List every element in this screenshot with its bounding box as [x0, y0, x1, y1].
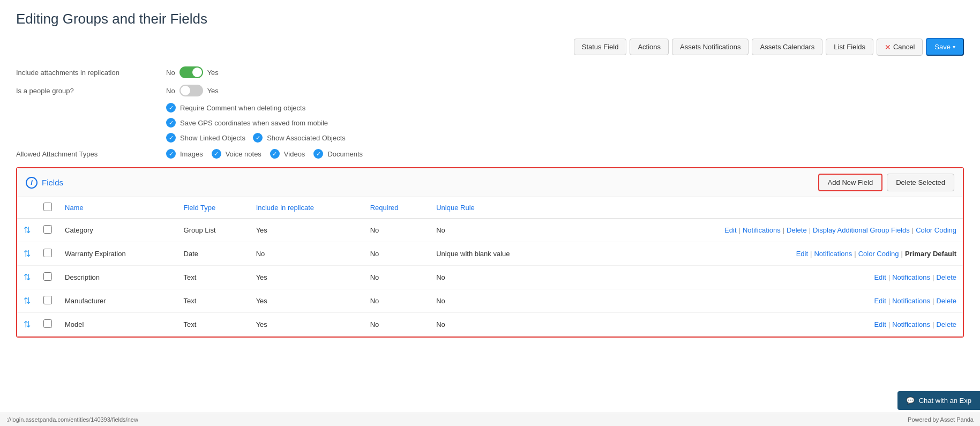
field-name: Model: [58, 313, 177, 337]
table-header-row: Name Field Type Include in replicate Req…: [17, 197, 963, 219]
drag-icon[interactable]: ⇅: [24, 249, 31, 258]
is-people-group-toggle[interactable]: [179, 85, 203, 96]
show-associated-icon: ✓: [253, 133, 263, 143]
unique-rule: No: [430, 219, 569, 242]
table-row: ⇅ModelTextYesNoNoEdit | Notifications | …: [17, 313, 963, 337]
action-links: Edit | Notifications | Color Coding | Pr…: [575, 250, 956, 258]
action-link-delete[interactable]: Delete: [787, 226, 807, 234]
row-checkbox-cell: [37, 219, 58, 242]
action-separator: |: [888, 297, 890, 305]
action-link-edit[interactable]: Edit: [874, 297, 886, 305]
list-fields-button[interactable]: List Fields: [826, 39, 873, 55]
row-checkbox[interactable]: [43, 225, 52, 234]
save-gps-check-icon: ✓: [166, 118, 176, 128]
voice-check-icon: ✓: [212, 149, 221, 159]
fields-header: i Fields Add New Field Delete Selected: [17, 168, 963, 197]
drag-handle[interactable]: ⇅: [17, 266, 37, 289]
action-links: Edit | Notifications | Delete: [575, 297, 956, 305]
action-link-notifications[interactable]: Notifications: [743, 226, 781, 234]
action-link-color-coding[interactable]: Color Coding: [916, 226, 956, 234]
is-people-group-no: No: [166, 87, 175, 95]
include-attachments-toggle-group: No Yes: [166, 66, 219, 78]
assets-notifications-button[interactable]: Assets Notifications: [672, 39, 749, 55]
field-type: Text: [177, 313, 250, 337]
action-link-notifications[interactable]: Notifications: [814, 250, 852, 258]
th-required: Required: [364, 197, 430, 219]
required: No: [364, 219, 430, 242]
row-actions: Edit | Notifications | Color Coding | Pr…: [569, 242, 963, 266]
include-attachments-no: No: [166, 69, 175, 77]
attachment-images: ✓ Images: [166, 149, 203, 159]
action-link-edit[interactable]: Edit: [724, 226, 736, 234]
row-checkbox[interactable]: [43, 319, 52, 328]
drag-handle[interactable]: ⇅: [17, 289, 37, 313]
table-row: ⇅CategoryGroup ListYesNoNoEdit | Notific…: [17, 219, 963, 242]
action-link-edit[interactable]: Edit: [796, 250, 808, 258]
action-link-notifications[interactable]: Notifications: [892, 297, 930, 305]
attachment-checks: ✓ Images ✓ Voice notes ✓ Videos ✓ Docume…: [166, 149, 363, 159]
action-separator: |: [932, 273, 934, 281]
unique-rule: No: [430, 289, 569, 313]
row-checkbox-cell: [37, 266, 58, 289]
fields-section: i Fields Add New Field Delete Selected N…: [16, 167, 964, 338]
assets-calendars-button[interactable]: Assets Calendars: [752, 39, 822, 55]
action-link-notifications[interactable]: Notifications: [892, 273, 930, 281]
status-field-button[interactable]: Status Field: [574, 39, 627, 55]
field-name: Description: [58, 266, 177, 289]
action-link-delete[interactable]: Delete: [936, 273, 956, 281]
is-people-group-toggle-group: No Yes: [166, 85, 219, 96]
show-objects-row: ✓ Show Linked Objects ✓ Show Associated …: [166, 133, 964, 143]
row-checkbox-cell: [37, 242, 58, 266]
row-checkbox[interactable]: [43, 296, 52, 304]
field-type: Date: [177, 242, 250, 266]
drag-handle[interactable]: ⇅: [17, 219, 37, 242]
require-comment-label: Require Comment when deleting objects: [180, 104, 305, 112]
action-link-display-additional-group-fields[interactable]: Display Additional Group Fields: [813, 226, 910, 234]
save-gps-label: Save GPS coordinates when saved from mob…: [180, 119, 328, 127]
drag-handle[interactable]: ⇅: [17, 242, 37, 266]
delete-selected-button[interactable]: Delete Selected: [887, 174, 954, 191]
select-all-checkbox[interactable]: [43, 203, 52, 211]
table-row: ⇅DescriptionTextYesNoNoEdit | Notificati…: [17, 266, 963, 289]
action-link-delete[interactable]: Delete: [936, 297, 956, 305]
drag-icon[interactable]: ⇅: [24, 226, 31, 235]
add-new-field-button[interactable]: Add New Field: [818, 174, 883, 191]
action-link-edit[interactable]: Edit: [874, 273, 886, 281]
attachment-types-label: Allowed Attachment Types: [16, 150, 166, 158]
include-attachments-toggle[interactable]: [179, 66, 203, 78]
action-separator: |: [854, 250, 856, 258]
attachment-documents: ✓ Documents: [313, 149, 363, 159]
action-link-delete[interactable]: Delete: [936, 320, 956, 328]
action-link-edit[interactable]: Edit: [874, 320, 886, 328]
cancel-button[interactable]: ✕ Cancel: [877, 39, 923, 56]
field-name: Manufacturer: [58, 289, 177, 313]
show-linked-item: ✓ Show Linked Objects: [166, 133, 245, 143]
drag-icon[interactable]: ⇅: [24, 273, 31, 282]
field-type: Text: [177, 289, 250, 313]
action-link-notifications[interactable]: Notifications: [892, 320, 930, 328]
documents-check-icon: ✓: [313, 149, 323, 159]
th-unique-rule: Unique Rule: [430, 197, 569, 219]
include-attachments-row: Include attachments in replication No Ye…: [16, 66, 964, 78]
unique-rule: No: [430, 266, 569, 289]
is-people-group-yes: Yes: [207, 87, 219, 95]
drag-icon[interactable]: ⇅: [24, 320, 31, 329]
row-checkbox[interactable]: [43, 272, 52, 281]
unique-rule: Unique with blank value: [430, 242, 569, 266]
show-linked-icon: ✓: [166, 133, 176, 143]
table-row: ⇅ManufacturerTextYesNoNoEdit | Notificat…: [17, 289, 963, 313]
fields-actions: Add New Field Delete Selected: [818, 174, 954, 191]
row-checkbox[interactable]: [43, 249, 52, 257]
field-name: Warranty Expiration: [58, 242, 177, 266]
drag-handle[interactable]: ⇅: [17, 313, 37, 337]
include-attachments-label: Include attachments in replication: [16, 69, 166, 77]
save-button[interactable]: Save ▾: [926, 38, 964, 56]
table-row: ⇅Warranty ExpirationDateNoNoUnique with …: [17, 242, 963, 266]
save-chevron-icon: ▾: [953, 44, 955, 50]
fields-title-text: Fields: [42, 178, 63, 187]
images-check-icon: ✓: [166, 149, 176, 159]
action-link-color-coding[interactable]: Color Coding: [858, 250, 899, 258]
drag-icon[interactable]: ⇅: [24, 296, 31, 305]
actions-button[interactable]: Actions: [630, 39, 669, 55]
action-separator: |: [739, 226, 740, 234]
